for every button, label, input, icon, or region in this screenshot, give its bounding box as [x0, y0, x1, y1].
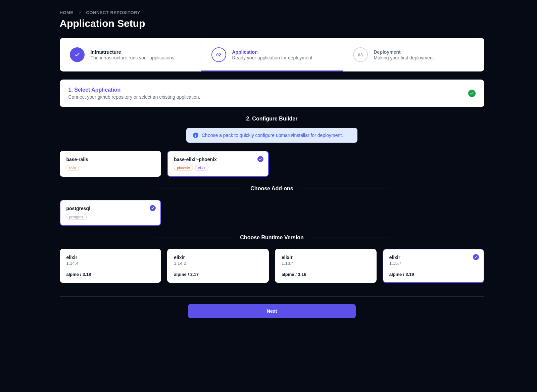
breadcrumb: HOME CONNECT REPOSITORY — [60, 10, 484, 15]
tag: elixir — [195, 165, 209, 171]
page-title: Application Setup — [60, 18, 484, 29]
check-icon — [473, 254, 479, 260]
runtimes-grid: elixir 1.14.4 alpine / 3.18 elixir 1.14.… — [60, 249, 484, 283]
step-desc: Ready your application for deployment — [232, 55, 312, 60]
info-icon: i — [193, 133, 198, 138]
chevron-right-icon — [78, 10, 82, 15]
check-icon — [150, 205, 156, 211]
packs-grid: base-rails rails base-elixir-phoenix pho… — [60, 151, 484, 177]
step-desc: The infrastructure runs your application… — [91, 55, 175, 60]
addons-title: Choose Add-ons — [154, 186, 390, 192]
runtime-version: 1.15.7 — [389, 261, 478, 266]
runtime-card[interactable]: elixir 1.14.2 alpine / 3.17 — [167, 249, 269, 283]
runtime-name: elixir — [282, 255, 370, 260]
tag: rails — [66, 165, 79, 171]
section-title: 1. Select Application — [68, 87, 200, 93]
step-title: Deployment — [374, 49, 434, 55]
breadcrumb-home[interactable]: HOME — [60, 10, 74, 15]
pack-card[interactable]: base-rails rails — [60, 151, 161, 177]
step-title: Application — [232, 49, 312, 55]
stepper-application[interactable]: 02 Application Ready your application fo… — [201, 38, 343, 71]
info-banner: i Choose a pack to quickly configure upm… — [186, 128, 357, 143]
stepper: Infrastructure The infrastructure runs y… — [60, 38, 484, 71]
tag: postgrex — [66, 214, 87, 220]
runtime-os: alpine / 3.18 — [66, 272, 155, 277]
tag: phoenix — [174, 165, 193, 171]
step-number: 03 — [353, 47, 368, 62]
section-desc: Connect your github repository or select… — [68, 94, 200, 100]
check-icon — [257, 156, 263, 162]
runtime-os: alpine / 3.19 — [389, 272, 478, 277]
runtime-version: 1.13.4 — [282, 261, 370, 266]
runtime-card[interactable]: elixir 1.13.4 alpine / 3.16 — [275, 249, 377, 283]
stepper-infrastructure[interactable]: Infrastructure The infrastructure runs y… — [60, 38, 201, 71]
runtime-os: alpine / 3.16 — [282, 272, 370, 277]
runtime-title: Choose Runtime Version — [154, 235, 390, 241]
runtime-os: alpine / 3.17 — [174, 272, 262, 277]
stepper-deployment[interactable]: 03 Deployment Making your first deployme… — [343, 38, 484, 71]
tag-row: rails — [66, 165, 155, 171]
section-select-application[interactable]: 1. Select Application Connect your githu… — [60, 80, 484, 107]
runtime-version: 1.14.2 — [174, 261, 262, 266]
addon-card[interactable]: postgresql postgrex — [60, 200, 161, 226]
card-title: base-elixir-phoenix — [174, 157, 262, 162]
section-configure-builder: 2. Configure Builder — [80, 116, 464, 122]
runtime-name: elixir — [66, 255, 155, 260]
addons-grid: postgresql postgrex — [60, 200, 484, 226]
step-title: Infrastructure — [91, 49, 175, 55]
runtime-name: elixir — [174, 255, 262, 260]
check-icon — [70, 47, 85, 62]
breadcrumb-current[interactable]: CONNECT REPOSITORY — [86, 10, 140, 15]
info-text: Choose a pack to quickly configure upmar… — [202, 133, 343, 138]
runtime-card[interactable]: elixir 1.14.4 alpine / 3.18 — [60, 249, 161, 283]
pack-card[interactable]: base-elixir-phoenix phoenixelixir — [167, 151, 269, 177]
check-icon — [468, 90, 476, 97]
divider — [60, 296, 484, 297]
runtime-name: elixir — [389, 255, 478, 260]
card-title: postgresql — [66, 206, 155, 211]
card-title: base-rails — [66, 157, 155, 162]
runtime-card[interactable]: elixir 1.15.7 alpine / 3.19 — [383, 249, 484, 283]
tag-row: phoenixelixir — [174, 165, 262, 171]
step-desc: Making your first deployment — [374, 55, 434, 60]
runtime-version: 1.14.4 — [66, 261, 155, 266]
next-button[interactable]: Next — [188, 304, 356, 318]
step-number: 02 — [211, 47, 226, 62]
tag-row: postgrex — [66, 214, 155, 220]
